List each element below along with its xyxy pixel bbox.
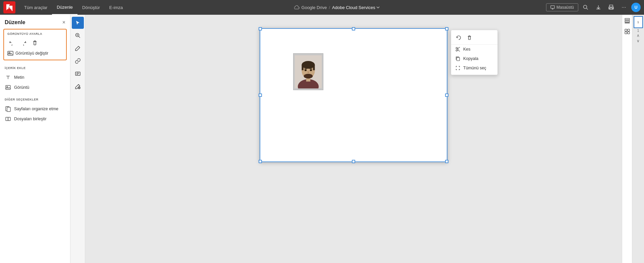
left-sidebar: Düzenle × GÖRÜNTÜYÜ AYARLA [0,15,70,263]
edit-tool-button[interactable] [72,42,84,54]
text-tool-button[interactable] [72,68,84,80]
svg-rect-23 [313,65,315,70]
path-separator: / [329,5,330,10]
ctx-tumunu-sec-item[interactable]: Tümünü seç [451,63,497,73]
pdf-page[interactable] [260,28,447,162]
icerik-ekle-section: İÇERİK EKLE Metin [0,64,70,95]
select-tool-button[interactable] [72,17,84,29]
dosyalar-label: Dosyaları birleştir [14,117,47,121]
tumunu-sec-label: Tümünü seç [463,66,486,70]
svg-line-32 [458,49,459,50]
svg-rect-36 [625,22,630,23]
svg-rect-35 [625,20,630,22]
cloud-services-label: Adobe Cloud Services [332,5,375,10]
diger-secenekler-section: DİĞER SEÇENEKLER Sayfaları organize etme [0,95,70,127]
adobe-cloud-services-dropdown[interactable]: Adobe Cloud Services [332,5,380,10]
annotation-tool-button[interactable] [72,80,84,92]
page-nav-down[interactable]: ∨ [637,39,640,43]
undo-button[interactable] [7,38,17,48]
sidebar-close-button[interactable]: × [62,19,65,25]
person-image[interactable] [293,53,323,90]
goruntu-degistir-label: Görüntüyü değiştir [15,51,48,56]
ctx-delete-button[interactable] [465,34,473,42]
nav-e-imza[interactable]: E-imza [105,0,127,15]
tumunu-sec-icon [455,65,461,71]
right-panel-icon-2[interactable] [623,27,631,36]
svg-rect-3 [610,8,612,9]
goruntu-item[interactable]: Görüntü [5,82,65,92]
desktop-button[interactable]: Masaüstü [546,3,578,11]
page-thumbnail-1[interactable]: 1 [634,16,643,28]
topbar-right: Masaüstü ··· U [546,2,641,13]
metin-item[interactable]: Metin [5,72,65,82]
sidebar-title: Düzenle [5,19,25,25]
svg-line-30 [458,50,460,51]
vertical-toolbar [70,15,85,263]
svg-rect-22 [302,65,303,70]
page-number-label: 1 [637,29,639,32]
handle-bottom-center[interactable] [352,160,355,163]
goruntu-degistir-button[interactable]: Görüntüyü değiştir [7,50,48,57]
right-panel-icon-1[interactable] [623,17,631,25]
svg-point-26 [310,69,312,71]
svg-rect-8 [6,85,10,89]
delete-button[interactable] [30,38,40,48]
dosyalar-item[interactable]: Dosyaları birleştir [5,114,65,124]
svg-point-1 [584,5,587,9]
sayfalar-item[interactable]: Sayfaları organize etme [5,104,65,114]
cloud-drive-icon [294,5,300,9]
download-button[interactable] [593,2,604,13]
context-menu: Kes Kopyala Tümünü seç [451,30,498,75]
svg-rect-2 [609,5,613,7]
page-nav-up[interactable]: ∧ [637,33,640,38]
svg-rect-11 [7,107,10,112]
svg-point-27 [456,47,457,49]
ctx-kes-item[interactable]: Kes [451,45,497,54]
nav-donustur[interactable]: Dönüştür [77,0,105,15]
context-menu-top-row [451,32,497,45]
search-button[interactable] [580,2,591,13]
ctx-refresh-button[interactable] [454,34,463,42]
svg-line-29 [458,47,460,49]
nav-duzenle[interactable]: Düzenle [52,0,77,15]
pdf-page-wrapper: Kes Kopyala Tümünü seç [260,28,447,162]
handle-mid-left[interactable] [259,93,262,97]
link-tool-button[interactable] [72,55,84,67]
goruntu-icon-row [7,38,63,48]
kopyala-label: Kopyala [463,56,478,61]
svg-rect-39 [625,32,627,34]
goruntu-ayarla-section: GÖRÜNTÜYÜ AYARLA Görüntüyü değişt [3,29,67,60]
more-button[interactable]: ··· [619,2,629,13]
main-layout: Düzenle × GÖRÜNTÜYÜ AYARLA [0,15,644,263]
avatar[interactable]: U [631,3,641,12]
google-drive-label: Google Drive [302,5,327,10]
goruntu-label: Görüntü [14,85,29,90]
handle-top-left[interactable] [259,27,262,30]
sayfalar-label: Sayfaları organize etme [14,107,58,111]
svg-rect-33 [457,58,460,61]
svg-point-25 [305,69,307,71]
zoom-tool-button[interactable] [72,29,84,42]
kes-icon [455,47,461,52]
topbar: Tüm araçlar Düzenle Dönüştür E-imza Goog… [0,0,644,15]
image-selection-box [260,28,447,162]
kes-label: Kes [463,47,471,52]
handle-mid-right[interactable] [445,93,448,97]
handle-bottom-left[interactable] [259,160,262,163]
svg-rect-37 [625,29,627,31]
redo-button[interactable] [19,38,28,48]
adobe-logo [3,1,15,13]
goruntu-section-label: GÖRÜNTÜYÜ AYARLA [7,32,63,36]
diger-section-label: DİĞER SEÇENEKLER [5,98,65,101]
svg-point-28 [456,50,457,51]
handle-top-center[interactable] [352,27,355,30]
topbar-nav: Tüm araçlar Düzenle Dönüştür E-imza [19,0,127,15]
print-button[interactable] [606,2,616,13]
handle-bottom-right[interactable] [445,160,448,163]
handle-top-right[interactable] [445,27,448,30]
nav-tum-araclar[interactable]: Tüm araçlar [19,0,52,15]
svg-rect-13 [8,117,10,121]
sayfalar-icon [5,106,11,112]
svg-rect-12 [6,117,8,121]
ctx-kopyala-item[interactable]: Kopyala [451,54,497,63]
